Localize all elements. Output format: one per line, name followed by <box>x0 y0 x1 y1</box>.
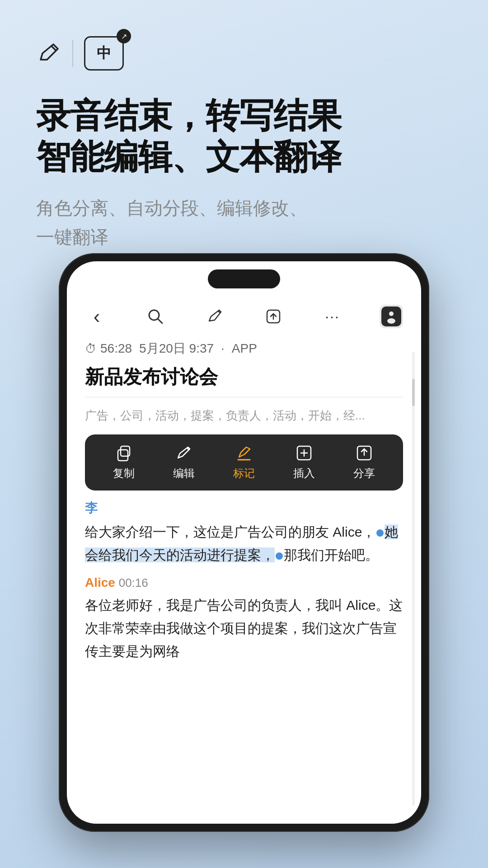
scrollbar-track <box>412 352 415 806</box>
selected-text: 她会给我们今天的活动进行提案， <box>85 524 398 562</box>
speaker-name-li: 李 <box>85 500 403 517</box>
recording-meta: ⏱ 56:28 5月20日 9:37 · APP <box>67 335 421 361</box>
copy-label: 复制 <box>113 466 135 481</box>
export-button[interactable] <box>262 305 285 328</box>
edit-icon <box>174 443 193 462</box>
insert-icon <box>295 443 314 462</box>
headline-section: 录音结束，转写结果 智能编辑、文本翻译 角色分离、自动分段、编辑修改、 一键翻译 <box>36 95 452 251</box>
recording-dot: · <box>221 341 225 356</box>
recording-source: APP <box>232 341 257 356</box>
svg-point-3 <box>389 311 394 316</box>
headline-subtitle: 角色分离、自动分段、编辑修改、 一键翻译 <box>36 193 452 251</box>
scrollbar-thumb <box>412 379 415 406</box>
clock-icon: ⏱ <box>85 342 97 356</box>
speaker-block-alice: Alice 00:16 各位老师好，我是广告公司的负责人，我叫 Alice。这次… <box>85 576 403 663</box>
highlight-icon <box>235 443 253 462</box>
selection-cursor-end <box>276 552 283 560</box>
tags-section: 广告，公司，活动，提案，负责人，活动，开始，经... <box>67 397 421 434</box>
context-copy[interactable]: 复制 <box>113 443 135 481</box>
edit-label: 编辑 <box>173 466 195 481</box>
phone-screen: ‹ <box>67 261 421 824</box>
phone-mockup: ‹ <box>59 253 429 832</box>
translate-icon-wrapper[interactable]: 中 ↗ <box>84 36 124 71</box>
context-insert[interactable]: 插入 <box>293 443 315 481</box>
share-icon <box>355 443 374 462</box>
recording-date: 5月20日 9:37 <box>139 340 214 357</box>
pencil-icon[interactable] <box>36 41 61 66</box>
dynamic-island <box>208 269 280 288</box>
top-toolbar: 中 ↗ <box>36 36 124 71</box>
svg-point-4 <box>387 318 395 324</box>
highlight-label: 标记 <box>233 466 255 481</box>
selection-cursor-start <box>376 529 384 537</box>
avatar-button[interactable] <box>380 305 403 328</box>
phone-content: ‹ <box>67 261 421 824</box>
share-label: 分享 <box>353 466 375 481</box>
headline-main: 录音结束，转写结果 智能编辑、文本翻译 <box>36 95 452 177</box>
speaker-name-alice: Alice 00:16 <box>85 576 403 590</box>
speaker-text-alice: 各位老师好，我是广告公司的负责人，我叫 Alice。这次非常荣幸由我做这个项目的… <box>85 594 403 663</box>
translate-icon: 中 <box>84 36 124 71</box>
context-edit[interactable]: 编辑 <box>173 443 195 481</box>
translate-arrow-icon: ↗ <box>117 29 131 43</box>
transcript-area: 李 给大家介绍一下，这位是广告公司的朋友 Alice，她会给我们今天的活动进行提… <box>67 491 421 824</box>
copy-icon <box>114 443 133 462</box>
edit-button[interactable] <box>203 305 226 328</box>
back-button[interactable]: ‹ <box>85 305 108 328</box>
more-button[interactable]: ··· <box>321 305 344 328</box>
speaker-text-li: 给大家介绍一下，这位是广告公司的朋友 Alice，她会给我们今天的活动进行提案，… <box>85 520 403 566</box>
context-share[interactable]: 分享 <box>353 443 375 481</box>
insert-label: 插入 <box>293 466 315 481</box>
recording-duration: ⏱ 56:28 <box>85 341 132 356</box>
search-button[interactable] <box>144 305 167 328</box>
context-menu: 复制 编辑 <box>85 434 403 491</box>
note-title: 新品发布讨论会 <box>67 361 421 397</box>
svg-rect-5 <box>118 450 128 461</box>
context-menu-items: 复制 编辑 <box>85 443 403 486</box>
toolbar-divider <box>72 40 73 67</box>
phone-toolbar: ‹ <box>67 297 421 335</box>
context-highlight[interactable]: 标记 <box>233 443 255 481</box>
phone-frame: ‹ <box>59 253 429 832</box>
speaker-block-li: 李 给大家介绍一下，这位是广告公司的朋友 Alice，她会给我们今天的活动进行提… <box>85 500 403 566</box>
scrollbar[interactable] <box>412 352 415 806</box>
